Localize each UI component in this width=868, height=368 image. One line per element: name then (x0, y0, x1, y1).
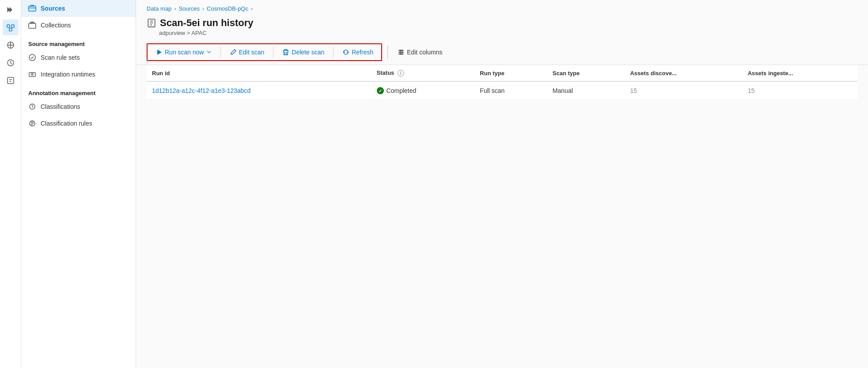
play-icon (155, 49, 163, 56)
expand-icon[interactable] (6, 5, 15, 14)
col-assets-discovered: Assets discove... (625, 65, 742, 81)
breadcrumb: Data map › Sources › CosmosDB-pQc › (136, 0, 868, 14)
col-assets-ingested: Assets ingeste... (743, 65, 857, 81)
sidebar-item-sources-label: Sources (41, 5, 129, 12)
col-scan-type: Scan type (547, 65, 625, 81)
cell-assets-ingested: 15 (743, 81, 857, 100)
sidebar-item-collections-label: Collections (41, 22, 129, 29)
breadcrumb-sep-3: › (251, 6, 253, 12)
cell-assets-discovered: 15 (625, 81, 742, 100)
cell-status: Completed (371, 81, 475, 100)
sidebar-item-collections[interactable]: Collections (21, 17, 136, 34)
catalog-nav-icon[interactable] (3, 37, 19, 53)
svg-rect-5 (8, 77, 14, 84)
col-run-type: Run type (474, 65, 547, 81)
sidebar-section-annotation-management: Annotation management (21, 83, 136, 98)
svg-marker-14 (157, 50, 162, 55)
sidebar-item-classification-rules-label: Classification rules (41, 120, 129, 127)
columns-icon (398, 49, 405, 56)
chevron-down-icon (206, 50, 212, 55)
table-row: 1d12b12a-a12c-4f12-a1e3-123abcd Complete… (147, 81, 857, 100)
refresh-button[interactable]: Refresh (338, 46, 378, 58)
edit-columns-button[interactable]: Edit columns (393, 46, 447, 58)
toolbar-outer-divider (387, 46, 388, 59)
edit-icon (230, 49, 237, 56)
sidebar-item-classifications[interactable]: Classifications (21, 98, 136, 115)
toolbar-divider-2 (273, 47, 273, 58)
status-cell: Completed (377, 87, 470, 94)
cell-run-type: Full scan (474, 81, 547, 100)
status-label: Completed (387, 87, 417, 94)
svg-point-10 (31, 73, 33, 75)
page-title: Scan-5ei run history (147, 17, 857, 29)
main-content: Data map › Sources › CosmosDB-pQc › Scan… (136, 0, 868, 368)
toolbar-divider-3 (333, 47, 334, 58)
col-run-id: Run id (147, 65, 371, 81)
management-nav-icon[interactable] (3, 73, 19, 88)
page-subtitle: adpurview > APAC (159, 30, 857, 36)
svg-rect-6 (29, 6, 36, 11)
status-info-icon[interactable]: i (398, 70, 404, 77)
sidebar-item-sources[interactable]: Sources (21, 0, 136, 17)
breadcrumb-data-map[interactable]: Data map (147, 5, 171, 12)
col-status: Status i (371, 65, 475, 81)
icon-rail (0, 0, 21, 368)
table-header-row: Run id Status i Run type Scan type Asset… (147, 65, 857, 81)
delete-scan-button[interactable]: Delete scan (278, 46, 329, 58)
data-map-nav-icon[interactable] (3, 19, 19, 35)
sidebar-item-integration-runtimes[interactable]: Integration runtimes (21, 66, 136, 83)
svg-rect-2 (9, 28, 12, 31)
scan-history-table: Run id Status i Run type Scan type Asset… (147, 65, 857, 100)
toolbar: Run scan now Edit scan Delete scan (136, 40, 868, 65)
cell-scan-type: Manual (547, 81, 625, 100)
refresh-icon (342, 49, 349, 56)
svg-rect-0 (7, 25, 10, 27)
toolbar-divider-1 (220, 47, 221, 58)
status-completed-icon (377, 87, 384, 94)
sidebar-section-source-management: Source management (21, 34, 136, 49)
run-scan-now-button[interactable]: Run scan now (151, 46, 216, 58)
cell-run-id: 1d12b12a-a12c-4f12-a1e3-123abcd (147, 81, 371, 100)
sidebar-item-classification-rules[interactable]: Classification rules (21, 115, 136, 132)
sidebar-item-scan-rule-sets[interactable]: Scan rule sets (21, 49, 136, 66)
svg-rect-7 (29, 23, 36, 28)
run-id-link[interactable]: 1d12b12a-a12c-4f12-a1e3-123abcd (152, 87, 250, 94)
toolbar-group-primary: Run scan now Edit scan Delete scan (147, 43, 382, 61)
sidebar-item-classifications-label: Classifications (41, 103, 129, 110)
scan-history-icon (147, 18, 156, 28)
breadcrumb-cosmosdb[interactable]: CosmosDB-pQc (207, 5, 248, 12)
sidebar: Sources Collections Source management Sc… (21, 0, 136, 368)
edit-scan-button[interactable]: Edit scan (225, 46, 269, 58)
breadcrumb-sep-2: › (202, 6, 204, 12)
table-wrapper: Run id Status i Run type Scan type Asset… (136, 65, 868, 368)
sidebar-item-scan-rule-sets-label: Scan rule sets (41, 54, 129, 61)
insights-nav-icon[interactable] (3, 55, 19, 71)
sidebar-item-integration-runtimes-label: Integration runtimes (41, 71, 129, 78)
delete-icon (282, 49, 289, 56)
svg-rect-1 (11, 25, 14, 27)
page-header: Scan-5ei run history adpurview > APAC (136, 14, 868, 40)
breadcrumb-sources[interactable]: Sources (178, 5, 200, 12)
breadcrumb-sep-1: › (174, 6, 176, 12)
